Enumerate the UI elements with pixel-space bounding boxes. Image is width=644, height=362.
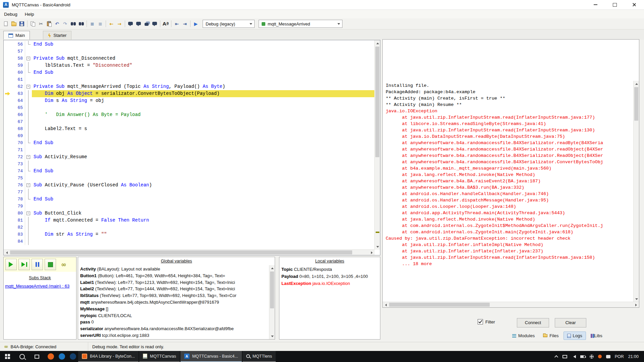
pinned-app-icon-orange[interactable]	[48, 353, 54, 360]
scroll-up-button[interactable]	[269, 265, 275, 271]
editor-vscroll-thumb[interactable]	[375, 47, 379, 157]
globals-scroll-thumb[interactable]	[270, 272, 274, 308]
search-comments-button[interactable]	[135, 20, 143, 28]
scroll-right-button[interactable]	[369, 250, 375, 255]
pane-tab-modules[interactable]: Modules	[508, 331, 538, 340]
build-configuration-combo[interactable]: Debug (legacy)	[203, 20, 255, 28]
language-indicator[interactable]: POR	[615, 354, 624, 359]
pinned-app-icon-blue[interactable]	[59, 353, 65, 360]
find-button[interactable]	[69, 20, 77, 28]
current-line-margin	[4, 132, 11, 139]
fold-collapse-icon[interactable]: -	[26, 212, 30, 215]
save-button[interactable]	[18, 20, 26, 28]
fold-collapse-icon[interactable]: -	[26, 155, 30, 159]
menu-help[interactable]: Help	[21, 10, 38, 18]
task-view-button[interactable]	[30, 351, 44, 362]
open-project-button[interactable]	[10, 20, 18, 28]
scroll-down-button[interactable]	[269, 334, 275, 339]
indent-button[interactable]: ⇥	[181, 20, 189, 28]
step-over-button[interactable]	[18, 259, 30, 270]
cut-button[interactable]: ✂	[37, 20, 45, 28]
editor-vertical-scrollbar[interactable]	[374, 40, 380, 250]
editor-hscroll-thumb[interactable]	[10, 250, 352, 254]
scroll-right-button[interactable]	[633, 302, 639, 308]
scroll-left-button[interactable]	[383, 302, 388, 308]
windows-logo-icon	[5, 354, 10, 359]
pane-tab-libs[interactable]: Libs	[587, 331, 606, 340]
fold-collapse-icon[interactable]: -	[26, 183, 30, 187]
code-line: 66 ' Dim Answer() As Byte = Payload	[4, 111, 374, 118]
new-file-button[interactable]	[2, 20, 10, 28]
tab-starter[interactable]: ϟ Starter	[43, 31, 71, 40]
toolbar-separator	[87, 20, 87, 27]
outdent-button[interactable]: ⇤	[173, 20, 181, 28]
resume-button[interactable]	[5, 259, 17, 270]
sub-navigator-combo[interactable]: mqtt_MessageArrived	[259, 20, 342, 28]
scroll-down-button[interactable]	[375, 244, 380, 250]
scroll-up-button[interactable]	[634, 81, 639, 86]
network-icon[interactable]	[590, 355, 594, 359]
fold-collapse-icon[interactable]: -	[26, 57, 30, 60]
volume-icon[interactable]	[572, 355, 576, 358]
line-number: 81	[11, 217, 25, 224]
taskbar-app[interactable]: AMQTTCanvas - Basic4...	[180, 351, 242, 362]
globals-scrollbar[interactable]	[269, 265, 275, 339]
filter-checkbox[interactable]	[478, 319, 483, 324]
minimize-button[interactable]	[586, 0, 605, 9]
battery-icon[interactable]	[580, 355, 585, 358]
chevron-up-icon[interactable]	[554, 355, 558, 359]
taskbar-app[interactable]: B4A Library - ByteCon...	[78, 351, 139, 362]
pinned-app-icon-darkblue[interactable]	[70, 353, 76, 360]
clock[interactable]: 21:00	[628, 354, 639, 359]
pane-tab-files[interactable]: Files	[539, 331, 562, 340]
search-button[interactable]	[15, 351, 30, 362]
comments-list-button[interactable]	[143, 20, 151, 28]
navigate-back-button[interactable]: ←	[107, 20, 115, 28]
maximize-button[interactable]	[605, 0, 625, 9]
scroll-left-button[interactable]	[4, 250, 9, 255]
arrow-up-icon	[376, 41, 379, 44]
scroll-down-button[interactable]	[634, 296, 639, 302]
code-editor[interactable]: 56End Sub5758-Private Sub mqtt_Disconnec…	[3, 40, 380, 255]
monitor-icon[interactable]	[562, 355, 567, 358]
clear-button[interactable]: Clear	[555, 318, 586, 327]
toolbar-separator	[160, 20, 160, 27]
editor-horizontal-scrollbar[interactable]	[4, 249, 375, 255]
scroll-up-button[interactable]	[375, 40, 380, 46]
run-button[interactable]: ▶	[192, 20, 200, 28]
logs-vertical-scrollbar[interactable]	[633, 81, 639, 302]
undo-button[interactable]: ↶	[53, 20, 61, 28]
uncomment-selection-button[interactable]: ≡	[96, 20, 104, 28]
navigate-forward-button[interactable]: →	[115, 20, 123, 28]
comment-block-button[interactable]	[126, 20, 135, 28]
line-number: 65	[11, 104, 25, 111]
chat-bubble-icon[interactable]	[606, 355, 610, 358]
close-button[interactable]	[625, 0, 644, 9]
font-size-button[interactable]: Aª	[162, 20, 170, 28]
code-line: 59 lblStatus.Text = "Disconnected"	[4, 62, 374, 69]
comment-selection-button[interactable]: ≡	[88, 20, 96, 28]
pane-tab-logs[interactable]: Logs	[564, 331, 586, 340]
connect-button[interactable]: Connect	[517, 318, 549, 327]
logs-horizontal-scrollbar[interactable]	[383, 302, 639, 307]
tab-main[interactable]: Main	[3, 31, 30, 40]
taskbar-app[interactable]: MQTTlens	[243, 351, 276, 362]
bridge-link-icon[interactable]: ∞	[61, 261, 66, 268]
pause-button[interactable]	[32, 259, 43, 270]
start-button[interactable]	[0, 351, 15, 362]
paste-button[interactable]	[45, 20, 53, 28]
comment-nav-button[interactable]	[151, 20, 159, 28]
stack-frame-link[interactable]: mqtt_MessageArrived (main) : 63	[5, 284, 75, 289]
logs-hscroll-thumb[interactable]	[389, 303, 490, 307]
fold-collapse-icon[interactable]: -	[26, 85, 30, 88]
redo-button[interactable]: ↷	[61, 20, 69, 28]
logs-pane[interactable]: Installing file.PackageAdded: package:b4…	[382, 39, 639, 308]
copy-button[interactable]	[29, 20, 37, 28]
menu-debug[interactable]: Debug	[1, 10, 21, 18]
orange-status-icon[interactable]	[598, 355, 602, 358]
stop-button[interactable]	[45, 259, 56, 270]
taskbar-app[interactable]: MQTTCanvas	[139, 351, 180, 362]
window-title: MQTTCanvas - Basic4android	[12, 2, 70, 7]
logs-vscroll-thumb[interactable]	[634, 87, 638, 121]
find-next-button[interactable]	[77, 20, 85, 28]
